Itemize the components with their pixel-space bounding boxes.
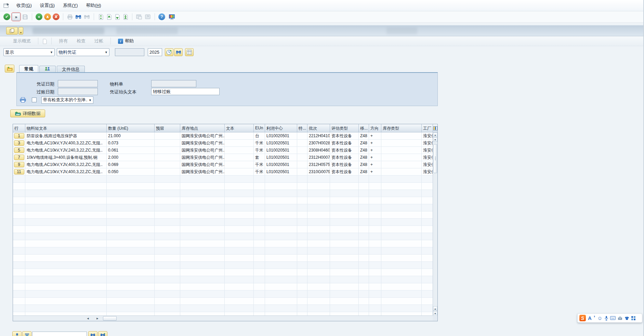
table-cell[interactable]: 淮安供 [422,168,433,175]
table-cell[interactable]: 资本性设备 [330,154,359,161]
table-cell[interactable] [297,154,307,161]
user-icon-button[interactable] [12,331,22,336]
table-cell[interactable]: 0.061 [107,147,155,154]
table-cell[interactable] [225,147,254,154]
ime-mic-icon[interactable] [605,316,608,321]
document-overview-icon[interactable] [6,27,18,35]
table-cell[interactable]: 5 [13,147,25,154]
table-cell[interactable]: 国网淮安供电公司广州.. [180,161,225,168]
menu-item-g[interactable]: 收货(G) [12,1,36,10]
table-cell[interactable]: 0.069 [107,161,155,168]
print-version-combo[interactable]: 带有检查文本的个别单.. ▼ [41,96,93,104]
table-cell[interactable]: + [369,140,381,146]
horizontal-scroll-thumb[interactable] [103,316,117,321]
table-cell[interactable]: 2310G00797 [307,168,330,175]
table-cell[interactable] [297,168,307,175]
table-cell[interactable]: 国网淮安供电公司广州.. [180,147,225,154]
row-select-button[interactable]: 3 [14,140,24,146]
page-up-icon[interactable] [106,14,112,20]
table-cell[interactable]: 11 [13,168,25,175]
table-cell[interactable]: 2.000 [107,154,155,161]
scroll-left-icon[interactable]: ◀ [85,316,91,321]
column-header-11[interactable]: 移... [359,124,369,132]
ime-keyboard-icon[interactable] [610,316,616,320]
table-cell[interactable] [381,154,422,161]
table-cell[interactable]: 0.050 [107,168,155,175]
scroll-up-icon[interactable]: ▲ [433,132,437,137]
table-cell[interactable]: L010020501 [265,132,297,139]
table-cell[interactable]: 国网淮安供电公司广州.. [180,154,225,161]
table-cell[interactable] [155,168,180,175]
table-cell[interactable]: 电力电缆,AC10kV,YJV,400,3,22,ZC,无阻.. [25,161,107,168]
table-cell[interactable]: L010020501 [265,147,297,154]
last-page-icon[interactable] [122,14,129,20]
material-slip-input[interactable] [151,80,196,87]
table-cell[interactable] [225,161,254,168]
table-cell[interactable]: L010020501 [265,140,297,146]
ime-skin-icon[interactable] [625,316,629,320]
posting-date-input[interactable] [58,88,98,95]
scroll-up-icon[interactable]: ▲ [433,306,437,311]
table-cell[interactable]: 国网淮安供电公司广州.. [180,168,225,175]
table-cell[interactable] [155,161,180,168]
column-header-7[interactable]: 利润中心 [265,124,297,132]
table-cell[interactable]: 资本性设备 [330,147,359,154]
table-cell[interactable]: Z48 [359,161,369,168]
table-cell[interactable] [155,132,180,139]
table-cell[interactable]: 电力电缆,AC10kV,YJV,240,3,22,ZC,无阻.. [25,147,107,154]
column-header-10[interactable]: 评估类型 [330,124,359,132]
table-cell[interactable]: 千米 [254,140,265,146]
find-icon[interactable] [75,14,82,20]
table-cell[interactable]: Z48 [359,132,369,139]
column-header-6[interactable]: EUn [254,124,265,132]
table-cell[interactable]: L010020501 [265,168,297,175]
table-cell[interactable]: 千米 [254,161,265,168]
table-cell[interactable] [155,140,180,146]
command-field-expand-button[interactable]: » [12,13,20,21]
horizontal-scrollbar[interactable]: ◀ ▶ [13,315,433,321]
table-cell[interactable]: 2307H00284 [307,140,330,146]
exit-icon[interactable]: ∧ [44,13,51,20]
table-cell[interactable]: Z48 [359,140,369,146]
find-button[interactable] [88,331,97,336]
column-header-9[interactable]: 批次 [307,124,330,132]
table-cell[interactable] [297,161,307,168]
enter-icon[interactable]: ✔ [3,13,10,20]
column-header-5[interactable]: 文本 [225,124,254,132]
table-cell[interactable]: 资本性设备 [330,132,359,139]
table-cell[interactable] [225,154,254,161]
scroll-down-icon[interactable]: ▼ [433,311,437,316]
post-button[interactable]: 过帐 [91,37,107,45]
table-cell[interactable]: Z48 [359,147,369,154]
title-dropdown-icon[interactable]: ▾ [18,27,23,35]
ime-toolbox-icon[interactable] [618,316,622,320]
table-cell[interactable]: + [369,154,381,161]
column-header-14[interactable]: 工厂 [422,124,433,132]
find-next-button[interactable] [98,331,107,336]
column-header-13[interactable]: 库存类型 [381,124,422,132]
scroll-down-icon[interactable]: ▼ [433,137,437,142]
table-cell[interactable]: 2308H04602 [307,147,330,154]
table-cell[interactable]: 9 [13,161,25,168]
page-down-icon[interactable] [114,14,120,20]
table-cell[interactable] [297,140,307,146]
row-select-button[interactable]: 7 [14,155,24,160]
header-text-input[interactable] [151,88,220,95]
table-cell[interactable]: Z48 [359,168,369,175]
search-term-input[interactable] [32,332,87,336]
print-checkbox[interactable] [32,98,37,102]
first-page-icon[interactable] [97,14,104,20]
table-cell[interactable]: 淮安供 [422,132,433,139]
table-cell[interactable]: L010020501 [265,161,297,168]
table-cell[interactable] [381,132,422,139]
table-cell[interactable] [381,140,422,146]
table-cell[interactable]: 21.000 [107,132,155,139]
column-header-8[interactable]: 特... [297,124,307,132]
ime-language-icon[interactable]: A [588,315,592,321]
table-cell[interactable]: 资本性设备 [330,161,359,168]
back-icon[interactable]: « [36,13,42,20]
table-cell[interactable]: 防雷设备,线路过电压保护器 [25,132,107,139]
tab-doc-info[interactable]: 文件信息 [57,66,85,73]
search-icon[interactable] [174,48,183,56]
reference-doc-combo[interactable]: 物料凭证▼ [57,48,109,56]
